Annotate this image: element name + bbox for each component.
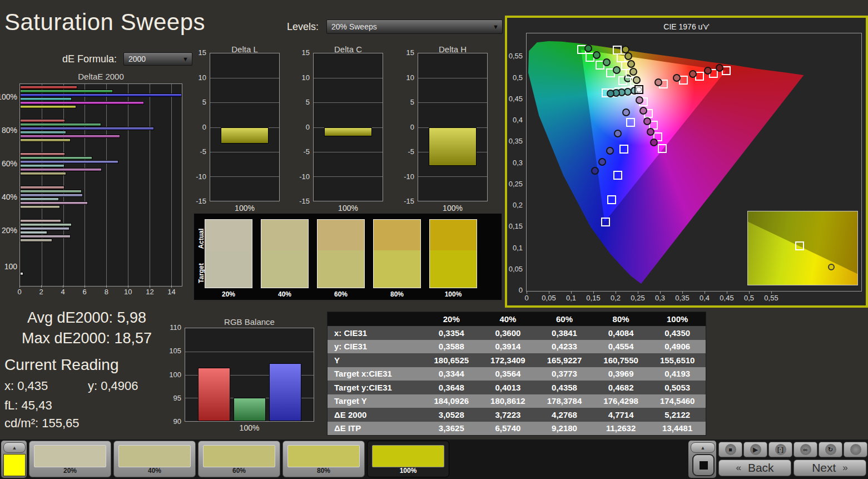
continuous-button[interactable]: ∞ xyxy=(793,442,817,457)
axis-tick-label: 0,4 xyxy=(513,116,523,124)
axis-tick-label: 100 xyxy=(169,371,181,379)
table-cell: Target y:CIE31 xyxy=(328,381,423,394)
stop-pattern-button[interactable] xyxy=(692,454,715,476)
table-cell: 0,4358 xyxy=(536,381,593,394)
play-icon: ▶ xyxy=(750,444,761,455)
red-measured-point xyxy=(654,78,662,86)
blue-target-square xyxy=(626,118,635,127)
table-cell: 172,3409 xyxy=(480,353,537,367)
actual-row-label: Actual xyxy=(197,222,205,255)
deltae-bar xyxy=(20,186,65,189)
axis-tick-label: 5 xyxy=(410,98,414,106)
deltal-x-label: 100% xyxy=(210,204,280,213)
current-reading-cd: cd/m²: 155,65 xyxy=(4,416,80,431)
max-de2000-stat: Max dE2000: 18,57 xyxy=(3,330,170,347)
deltae-bar xyxy=(20,231,47,234)
axis-tick-label: 60% xyxy=(2,159,17,168)
deltae-bar xyxy=(20,90,113,93)
table-header-row: 20%40%60%80%100% xyxy=(328,312,706,326)
table-row: ΔE 20003,05283,72234,27684,77145,2122 xyxy=(328,408,706,422)
refresh-button[interactable]: ↻ xyxy=(819,442,842,457)
record-button[interactable] xyxy=(844,442,867,457)
patch-label: 20% xyxy=(29,467,111,475)
table-row: Target x:CIE310,33440,35640,37730,39690,… xyxy=(328,367,706,381)
deltae-bar xyxy=(20,219,61,223)
patch-tile-80%[interactable]: 80% xyxy=(282,441,365,477)
deltae-y-axis: 100%80%60%40%20%100 xyxy=(0,83,18,287)
swatch-level-label: 100% xyxy=(429,290,477,298)
de-formula-dropdown[interactable]: 2000 ▼ xyxy=(123,52,192,66)
page-title: Saturation Sweeps xyxy=(4,9,205,36)
axis-tick-label: 14 xyxy=(165,288,178,296)
gridline xyxy=(418,78,487,78)
gridline xyxy=(210,78,279,78)
gridline xyxy=(210,152,279,152)
swatch-40% xyxy=(261,219,309,288)
deltae-bar xyxy=(20,131,66,134)
range-icon: [·] xyxy=(775,444,786,455)
deltae-bar xyxy=(20,201,88,205)
y-value: 0,4906 xyxy=(101,379,138,393)
patch-swatch xyxy=(34,445,106,467)
green-measured-point xyxy=(593,51,601,59)
table-cell: 0,3344 xyxy=(423,367,480,381)
patch-label: 40% xyxy=(114,467,195,475)
fl-value: 45,43 xyxy=(22,398,52,412)
play-button[interactable]: ▶ xyxy=(743,442,767,457)
table-cell: 155,6510 xyxy=(649,353,706,367)
axis-tick-label: 0,3 xyxy=(513,159,523,167)
rgb-balance-y-axis: 1101051009590 xyxy=(166,328,183,422)
expand-transport-button[interactable]: ▲ xyxy=(691,442,715,453)
range-button[interactable]: [·] xyxy=(768,442,792,457)
table-cell: 11,2632 xyxy=(593,422,649,436)
axis-tick-label: 15 xyxy=(199,48,206,57)
stop-button[interactable]: ■ xyxy=(718,442,742,457)
table-cell: 0,4554 xyxy=(593,340,649,354)
next-button[interactable]: Next » xyxy=(793,460,866,476)
green-measured-point xyxy=(584,45,592,52)
patch-tile-20%[interactable]: 20% xyxy=(29,441,111,477)
cie-diagram-panel[interactable]: CIE 1976 u'v' 00,050,10,150,20,250,30,35… xyxy=(505,16,868,308)
deltae-bar xyxy=(20,123,101,126)
deltae-bar xyxy=(20,194,83,197)
actual-swatch xyxy=(430,220,477,250)
cie-chart-title: CIE 1976 u'v' xyxy=(507,22,866,31)
patch-tile-100%[interactable]: 100% xyxy=(367,441,449,477)
deltac-x-label: 100% xyxy=(313,204,383,213)
axis-tick-label: 0,15 xyxy=(584,294,603,302)
expand-patches-button[interactable]: ▲ xyxy=(3,442,26,453)
table-row: x: CIE310,33540,36000,38410,40840,4350 xyxy=(328,326,706,340)
table-cell: 9,2180 xyxy=(536,422,593,436)
deltae-bar xyxy=(20,160,118,164)
axis-tick-label: -10 xyxy=(404,172,414,181)
deltae-bar xyxy=(20,127,154,130)
deltah-chart xyxy=(418,53,488,201)
patch-label: 100% xyxy=(368,467,449,475)
back-chevrons-icon: « xyxy=(736,462,741,473)
axis-tick-label: 0 xyxy=(306,123,310,131)
table-cell: Y xyxy=(328,353,423,367)
gridline xyxy=(128,84,128,286)
gridline xyxy=(314,176,383,177)
gridline xyxy=(63,84,64,286)
levels-dropdown[interactable]: 20% Sweeps ▼ xyxy=(326,19,503,34)
deltae-bar xyxy=(20,156,92,160)
cie-plot-area xyxy=(526,33,862,292)
table-cell: 3,0528 xyxy=(423,408,480,422)
next-chevrons-icon: » xyxy=(842,462,847,473)
swatch-100% xyxy=(429,219,477,288)
axis-tick-label: 10 xyxy=(406,73,414,82)
patch-tile-60%[interactable]: 60% xyxy=(198,441,280,477)
levels-label: Levels: xyxy=(287,21,319,33)
chevron-down-icon: ▼ xyxy=(493,23,499,30)
axis-tick-label: 15 xyxy=(302,48,310,57)
back-button[interactable]: « Back xyxy=(718,460,791,476)
axis-tick-label: 10 xyxy=(121,288,135,296)
axis-tick-label: 100 xyxy=(4,262,17,271)
deltah-y-axis: 151050-5-10-15 xyxy=(400,53,416,201)
axis-tick-label: 12 xyxy=(143,288,156,296)
patch-tile-40%[interactable]: 40% xyxy=(113,441,196,477)
axis-tick-label: -15 xyxy=(404,197,414,205)
axis-tick-label: 0,1 xyxy=(562,294,581,302)
magenta-measured-point xyxy=(647,128,654,136)
